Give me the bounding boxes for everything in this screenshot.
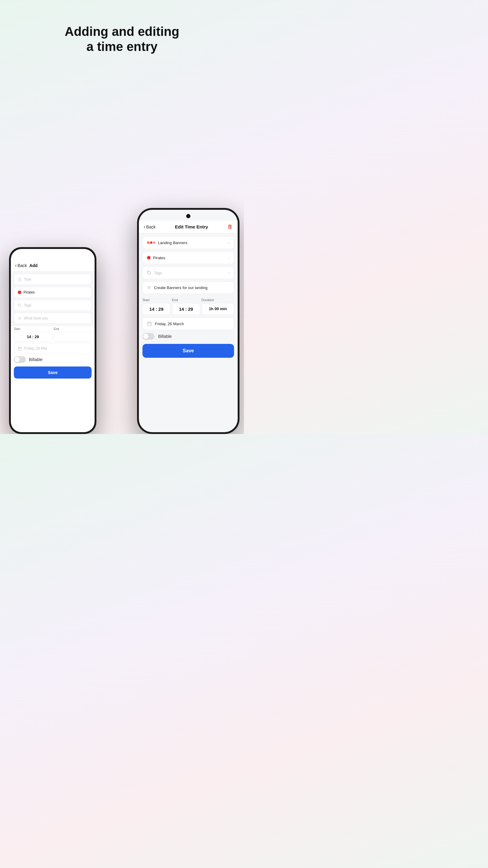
front-time-labels: Start End Duration — [142, 298, 234, 302]
front-tags-placeholder: Tags — [154, 271, 162, 275]
svg-rect-7 — [19, 347, 22, 350]
front-end-time[interactable]: 14 : 29 — [172, 303, 200, 315]
phones-container: ‹ Back Add Task Pirates — [0, 127, 244, 434]
back-time-inputs: 14 : 29 — [14, 332, 92, 342]
front-screen-header: ‹ Back Edit Time Entry 🗑 — [139, 221, 238, 233]
front-back-button[interactable]: ‹ Back — [144, 224, 156, 230]
svg-point-3 — [19, 304, 19, 305]
back-label: Back — [18, 263, 27, 268]
dot-2 — [150, 241, 153, 244]
back-button-back[interactable]: ‹ Back — [15, 263, 27, 268]
front-desc-icon — [147, 285, 152, 290]
back-tag-icon — [18, 304, 22, 307]
back-time-labels: Start End — [14, 327, 92, 331]
back-task-placeholder: Task — [24, 277, 31, 281]
delete-icon[interactable]: 🗑 — [227, 224, 233, 230]
front-back-chevron-icon: ‹ — [144, 224, 145, 230]
duration-label: Duration — [201, 298, 234, 302]
back-tags-row[interactable]: Tags — [14, 300, 92, 311]
task-icon — [18, 278, 22, 281]
back-date-text: Friday, 26 Mar — [24, 346, 47, 350]
back-end-label: End — [54, 327, 92, 331]
phone-front: ‹ Back Edit Time Entry 🗑 — [137, 208, 239, 434]
tags-chevron-icon: › — [228, 270, 230, 275]
front-desc-text: Create Banners for our landing — [154, 285, 207, 290]
front-billable-row: Billable — [139, 330, 238, 343]
back-billable-label: Billable — [29, 357, 42, 362]
back-time-section: Start End 14 : 29 — [11, 326, 95, 343]
back-form: Task Pirates Tags What hav — [11, 272, 95, 326]
back-desc-placeholder: What have you — [24, 316, 48, 320]
project-dots — [147, 241, 156, 244]
end-label: End — [171, 298, 199, 302]
front-project-row[interactable]: Landing Banners › — [142, 236, 234, 249]
back-task-row[interactable]: Task — [14, 274, 92, 285]
front-start-time[interactable]: 14 : 29 — [142, 303, 170, 315]
front-date-row[interactable]: Friday, 26 March — [142, 317, 234, 330]
svg-rect-0 — [19, 278, 21, 281]
back-save-button[interactable]: Save — [14, 367, 92, 378]
back-date-row[interactable]: Friday, 26 Mar — [14, 343, 92, 354]
front-tag-icon — [147, 271, 152, 275]
client-dot — [147, 256, 151, 259]
front-date-text: Friday, 26 March — [155, 321, 184, 326]
back-billable-row: Billable — [11, 354, 95, 365]
back-start-time[interactable]: 14 : 29 — [14, 332, 52, 342]
front-time-section: Start End Duration 14 : 29 14 : 29 1h 00… — [139, 297, 238, 317]
back-start-label: Start — [14, 327, 52, 331]
back-project-row[interactable]: Pirates — [14, 287, 92, 298]
back-screen-header: ‹ Back Add — [11, 260, 95, 272]
front-tags-left: Tags — [147, 271, 226, 275]
back-desc-icon — [18, 316, 22, 320]
back-phone-title: Add — [29, 263, 37, 268]
front-back-label: Back — [146, 224, 156, 229]
back-chevron-icon: ‹ — [15, 263, 17, 268]
client-chevron-icon: › — [228, 255, 230, 260]
page-title: Adding and editing a time entry — [0, 0, 244, 55]
back-description-row[interactable]: What have you — [14, 313, 92, 324]
back-toggle-knob — [14, 357, 20, 362]
phone-back: ‹ Back Add Task Pirates — [9, 247, 96, 434]
front-project-name: Landing Banners — [158, 241, 187, 245]
front-client-left: Pirates — [147, 255, 226, 260]
svg-point-11 — [148, 272, 149, 272]
front-header-title: Edit Time Entry — [175, 224, 208, 229]
back-project-name: Pirates — [24, 290, 35, 294]
back-screen: ‹ Back Add Task Pirates — [11, 249, 95, 432]
front-tags-row[interactable]: Tags › — [142, 267, 234, 279]
front-desc-left: Create Banners for our landing — [147, 285, 230, 290]
front-billable-toggle[interactable] — [142, 333, 155, 340]
back-cal-icon — [18, 347, 22, 350]
svg-rect-15 — [148, 322, 151, 326]
camera-dot — [186, 214, 190, 218]
back-end-time[interactable] — [54, 332, 92, 342]
front-client-name: Pirates — [153, 255, 165, 260]
front-duration[interactable]: 1h 00 min — [202, 303, 234, 315]
front-client-row[interactable]: Pirates › — [142, 251, 234, 264]
back-billable-toggle[interactable] — [14, 356, 26, 363]
front-save-button[interactable]: Save — [142, 344, 234, 358]
front-cal-icon — [147, 321, 152, 326]
front-billable-label: Billable — [158, 334, 172, 339]
front-toggle-knob — [143, 334, 149, 339]
front-project-left: Landing Banners — [147, 241, 226, 245]
dot-1 — [147, 241, 150, 244]
back-tags-placeholder: Tags — [24, 303, 31, 307]
front-time-inputs: 14 : 29 14 : 29 1h 00 min — [142, 303, 234, 315]
dot-3 — [153, 241, 156, 244]
back-project-dot — [18, 290, 22, 294]
front-description-row[interactable]: Create Banners for our landing — [142, 281, 234, 294]
project-chevron-icon: › — [228, 240, 230, 245]
front-screen: ‹ Back Edit Time Entry 🗑 — [139, 210, 238, 432]
front-form-area: Landing Banners › Pirates › — [139, 233, 238, 297]
start-label: Start — [142, 298, 170, 302]
